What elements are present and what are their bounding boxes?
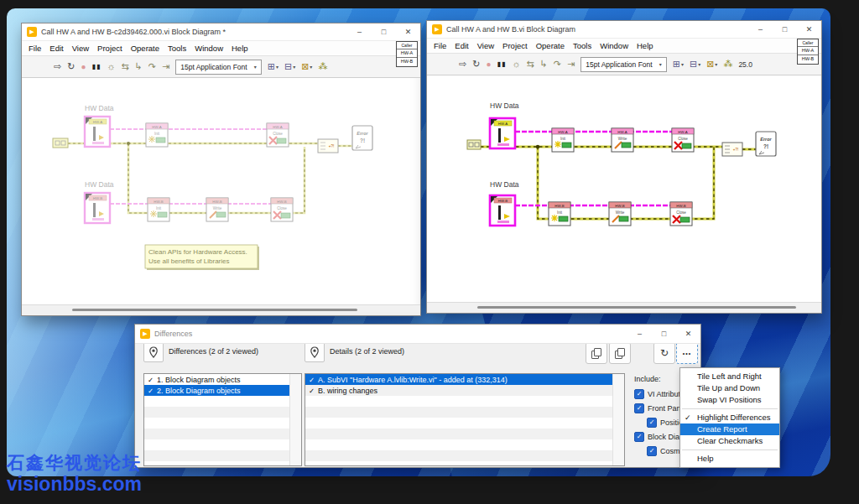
menu-item-tools[interactable]: Tools <box>569 41 596 50</box>
close-button[interactable]: ✕ <box>676 325 700 342</box>
pause-button[interactable]: ▮▮ <box>497 61 506 68</box>
close-button[interactable]: ✕ <box>396 23 420 40</box>
align-objects-dropdown[interactable]: ⊞▾ <box>673 60 684 69</box>
differences-list[interactable]: ✓1. Block Diagram objects✓2. Block Diagr… <box>143 373 302 466</box>
list-item[interactable]: ✓B. wiring changes <box>305 385 613 396</box>
step-out-icon[interactable]: ⇥ <box>162 62 169 71</box>
run-continuous-button[interactable]: ↻ <box>67 62 75 71</box>
run-button[interactable]: ⇨ <box>459 60 466 69</box>
list-item[interactable]: ✓A. SubVI "Hardware A.lvlib:Write.vi" - … <box>305 374 613 385</box>
menu-item-operate[interactable]: Operate <box>127 44 164 53</box>
list-item[interactable]: ✓2. Block Diagram objects <box>144 385 290 396</box>
menu-item-view[interactable]: View <box>473 41 498 50</box>
node-hwa-close[interactable]: HW-A Close <box>672 128 694 152</box>
highlight-execution-icon[interactable]: ☼ <box>512 60 520 69</box>
list-scrollbar[interactable] <box>289 374 301 465</box>
scrollbar-thumb[interactable] <box>72 309 357 311</box>
highlight-execution-icon[interactable]: ☼ <box>107 62 115 71</box>
error-dialog-node[interactable]: Error ?! <box>756 132 776 156</box>
more-options-button[interactable]: ••• <box>676 342 698 364</box>
pin-differences-button[interactable] <box>143 342 164 362</box>
maximize-button[interactable]: □ <box>652 325 676 342</box>
sticky-note[interactable]: Clean APIs for Hardware Access. Use all … <box>145 245 259 270</box>
titlebar[interactable]: ▶ Call HW A and HW B-c2d39462.000.vi Blo… <box>22 23 420 40</box>
merge-errors-node[interactable]: +?! <box>318 139 338 153</box>
run-button[interactable]: ⇨ <box>54 62 61 71</box>
refresh-button[interactable]: ↻ <box>653 342 675 364</box>
step-over-icon[interactable]: ↷ <box>148 62 156 71</box>
retain-wire-values-icon[interactable]: ⇆ <box>526 60 534 69</box>
list-item[interactable]: ✓1. Block Diagram objects <box>144 374 290 385</box>
context-menu-item-tile-up-and-down[interactable]: Tile Up and Down <box>680 382 779 394</box>
resize-objects-dropdown[interactable]: ⊠▾ <box>301 62 312 71</box>
close-button[interactable]: ✕ <box>797 21 821 38</box>
menu-item-help[interactable]: Help <box>227 44 252 53</box>
maximize-button[interactable]: □ <box>372 23 396 40</box>
distribute-objects-dropdown[interactable]: ⊟▾ <box>690 60 700 69</box>
checkbox[interactable]: ✓ <box>647 418 657 428</box>
abort-button[interactable]: ● <box>81 63 86 71</box>
step-into-icon[interactable]: ↳ <box>540 60 548 69</box>
menu-item-view[interactable]: View <box>68 44 93 53</box>
menu-item-file[interactable]: File <box>430 41 450 50</box>
node-hwa-write[interactable]: HW-A Write <box>612 128 633 152</box>
cluster-hwb-constant[interactable]: HW-B <box>85 193 110 223</box>
node-hwb-init[interactable]: HW-B Init <box>549 202 570 226</box>
minimize-button[interactable]: – <box>627 325 652 342</box>
node-hwb-init[interactable]: HW-B Init <box>148 198 169 221</box>
font-selector[interactable]: 15pt Application Font ▾ <box>580 57 666 72</box>
checkbox[interactable]: ✓ <box>634 432 644 442</box>
menu-item-edit[interactable]: Edit <box>450 41 472 50</box>
menu-item-help[interactable]: Help <box>633 41 658 50</box>
reorder-objects-dropdown[interactable]: ⁂ <box>318 62 327 71</box>
context-menu-item-help[interactable]: Help <box>680 453 779 465</box>
horizontal-scrollbar[interactable] <box>427 302 821 313</box>
cluster-hwb-constant[interactable]: HW-B <box>490 195 515 226</box>
node-hwa-init[interactable]: HW-A Init <box>146 123 168 147</box>
menu-item-window[interactable]: Window <box>190 44 227 53</box>
reorder-objects-dropdown[interactable]: ⁂ <box>723 60 732 69</box>
menu-item-file[interactable]: File <box>24 44 45 53</box>
copy-difference-button[interactable] <box>586 342 607 364</box>
node-hwb-close[interactable]: HW-B Close <box>670 202 692 226</box>
context-menu-item-highlight-differences[interactable]: ✓Highlight Differences <box>680 412 779 423</box>
menu-item-edit[interactable]: Edit <box>45 44 67 53</box>
error-dialog-node[interactable]: Error ?! <box>352 126 372 150</box>
horizontal-scrollbar[interactable] <box>22 304 420 315</box>
error-constant[interactable] <box>53 138 68 148</box>
abort-button[interactable]: ● <box>486 60 491 69</box>
menu-item-operate[interactable]: Operate <box>532 41 569 50</box>
step-over-icon[interactable]: ↷ <box>554 60 561 69</box>
minimize-button[interactable]: – <box>347 23 372 40</box>
step-into-icon[interactable]: ↳ <box>135 62 143 71</box>
details-list[interactable]: ✓A. SubVI "Hardware A.lvlib:Write.vi" - … <box>305 373 625 466</box>
context-menu-item-clear-checkmarks[interactable]: Clear Checkmarks <box>680 435 779 447</box>
minimize-button[interactable]: – <box>748 21 773 38</box>
titlebar[interactable]: ▶ Call HW A and HW B.vi Block Diagram – … <box>427 21 821 38</box>
pause-button[interactable]: ▮▮ <box>91 64 101 70</box>
menu-item-project[interactable]: Project <box>93 44 127 53</box>
menu-item-window[interactable]: Window <box>596 41 633 50</box>
error-constant[interactable] <box>467 140 481 149</box>
menu-item-tools[interactable]: Tools <box>164 44 190 53</box>
maximize-button[interactable]: □ <box>773 21 797 38</box>
resize-objects-dropdown[interactable]: ⊠▾ <box>706 60 717 69</box>
distribute-objects-dropdown[interactable]: ⊟▾ <box>284 62 295 71</box>
titlebar[interactable]: ▶ Differences – □ ✕ <box>135 325 700 344</box>
context-menu-item-tile-left-and-right[interactable]: Tile Left and Right <box>680 371 779 382</box>
node-hwa-init[interactable]: HW-A Init <box>552 128 574 152</box>
menu-item-project[interactable]: Project <box>498 41 532 50</box>
cluster-hwa-constant[interactable]: HW-A <box>85 117 110 147</box>
scrollbar-thumb[interactable] <box>477 306 796 309</box>
copy-all-differences-button[interactable] <box>609 342 631 364</box>
checkbox[interactable]: ✓ <box>634 403 644 413</box>
cluster-wire[interactable] <box>110 129 271 204</box>
font-selector[interactable]: 15pt Application Font ▾ <box>175 60 261 75</box>
retain-wire-values-icon[interactable]: ⇆ <box>121 62 128 71</box>
context-menu-item-swap-vi-positions[interactable]: Swap VI Positions <box>680 394 779 406</box>
node-hwb-close[interactable]: HW-B Close <box>271 198 293 221</box>
step-out-icon[interactable]: ⇥ <box>567 60 575 69</box>
cluster-hwa-constant[interactable]: HW-A <box>490 118 515 148</box>
run-continuous-button[interactable]: ↻ <box>472 60 480 69</box>
node-hwa-close[interactable]: HW-A Close <box>267 123 289 147</box>
